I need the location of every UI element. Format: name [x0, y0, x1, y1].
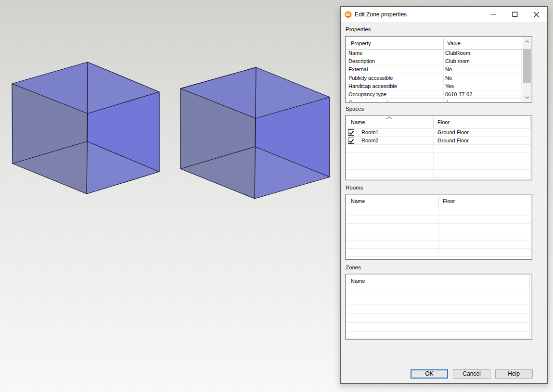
- spaces-table: Name Floor: [345, 115, 532, 180]
- properties-scrollbar[interactable]: [523, 38, 531, 101]
- column-divider: [530, 116, 531, 128]
- maximize-button[interactable]: [504, 7, 526, 22]
- bricscad-bim-icon: BD: [345, 11, 352, 18]
- property-name: Publicly accessible: [348, 74, 393, 82]
- properties-col-value[interactable]: Value: [443, 38, 461, 50]
- properties-label: Properties: [346, 26, 371, 32]
- chevron-down-icon: [525, 96, 529, 99]
- checkmark-icon: [348, 138, 355, 145]
- space-name: Room2: [361, 137, 378, 145]
- minimize-button[interactable]: [482, 7, 504, 22]
- box-right[interactable]: [180, 67, 330, 199]
- rooms-col-name[interactable]: Name: [347, 195, 365, 207]
- property-row[interactable]: External No: [347, 65, 523, 74]
- help-button[interactable]: Help: [495, 369, 533, 379]
- property-row[interactable]: Occupancy number 4: [347, 99, 523, 101]
- svg-text:BD: BD: [346, 13, 351, 16]
- box-left[interactable]: [12, 62, 159, 194]
- zones-label: Zones: [346, 265, 361, 270]
- table-inner: Name Floor: [347, 116, 531, 179]
- spaces-rows: Room1 Ground Floor Room2 Ground Floor: [347, 128, 531, 145]
- table-inner: Name Floor: [347, 195, 531, 258]
- property-row[interactable]: Name ClubRoom: [347, 49, 523, 57]
- property-value: 0610-77-02: [445, 90, 472, 99]
- property-value: 4: [445, 99, 448, 101]
- scroll-up-button[interactable]: [523, 38, 531, 46]
- property-row[interactable]: Description Club room: [347, 57, 523, 65]
- scroll-down-button[interactable]: [523, 93, 531, 101]
- viewport-3d: BD Edit Zone properties Properties: [0, 0, 553, 392]
- cancel-button[interactable]: Cancel: [453, 369, 490, 379]
- properties-rows: Name ClubRoom Description Club room Exte…: [347, 49, 523, 101]
- property-row[interactable]: Publicly accessible No: [347, 74, 523, 82]
- property-name: External: [348, 65, 368, 74]
- property-name: Occupancy type: [348, 90, 386, 99]
- space-row[interactable]: Room1 Ground Floor: [347, 128, 531, 137]
- rooms-table: Name Floor: [345, 194, 532, 260]
- checkmark-icon: [348, 129, 355, 137]
- table-inner: Name: [347, 275, 531, 338]
- rooms-col-floor[interactable]: Floor: [438, 195, 455, 207]
- close-button[interactable]: [526, 7, 547, 22]
- space-floor: Ground Floor: [437, 128, 469, 137]
- sort-ascending-icon: [386, 116, 392, 119]
- zones-col-name[interactable]: Name: [347, 275, 365, 287]
- space-name: Room1: [361, 128, 378, 137]
- spaces-header-row: Name Floor: [347, 116, 531, 128]
- space-checkbox[interactable]: [348, 129, 354, 136]
- property-name: Handicap accessible: [348, 82, 397, 90]
- column-divider: [529, 275, 530, 287]
- close-icon: [533, 12, 540, 18]
- column-divider: [438, 195, 439, 207]
- rooms-label: Rooms: [346, 185, 363, 190]
- properties-table: Property Value Name ClubRoom Description…: [345, 36, 532, 103]
- spaces-col-floor[interactable]: Floor: [433, 116, 450, 128]
- edit-zone-properties-dialog: BD Edit Zone properties Properties: [340, 6, 548, 384]
- property-value: No: [445, 74, 452, 82]
- property-name: Name: [348, 49, 362, 57]
- property-value: ClubRoom: [445, 49, 470, 57]
- property-row[interactable]: Occupancy type 0610-77-02: [347, 90, 523, 99]
- column-divider: [443, 38, 444, 50]
- spaces-label: Spaces: [346, 106, 364, 112]
- ok-button[interactable]: OK: [411, 369, 448, 379]
- dialog-title: Edit Zone properties: [355, 7, 407, 22]
- chevron-up-icon: [525, 40, 529, 43]
- space-checkbox[interactable]: [348, 138, 354, 144]
- column-divider: [433, 116, 434, 128]
- zones-table: Name: [345, 274, 532, 340]
- properties-header-row: Property Value: [347, 38, 531, 50]
- empty-rows-gridlines: [347, 207, 531, 258]
- property-name: Occupancy number: [348, 99, 394, 101]
- properties-col-property[interactable]: Property: [347, 38, 371, 50]
- empty-rows-gridlines: [347, 145, 531, 179]
- dialog-titlebar[interactable]: BD Edit Zone properties: [341, 7, 547, 22]
- property-name: Description: [348, 57, 375, 65]
- minimize-icon: [490, 14, 496, 15]
- scrollbar-thumb[interactable]: [523, 49, 531, 83]
- space-floor: Ground Floor: [437, 137, 469, 145]
- maximize-icon: [512, 12, 518, 17]
- property-value: Yes: [445, 82, 454, 90]
- property-value: No: [445, 65, 452, 74]
- empty-rows-gridlines: [347, 287, 531, 338]
- space-row[interactable]: Room2 Ground Floor: [347, 137, 531, 145]
- property-value: Club room: [445, 57, 470, 65]
- table-inner: Property Value Name ClubRoom Description…: [347, 38, 531, 101]
- zones-header-row: Name: [347, 275, 531, 287]
- spaces-col-name[interactable]: Name: [347, 116, 365, 128]
- property-row[interactable]: Handicap accessible Yes: [347, 82, 523, 90]
